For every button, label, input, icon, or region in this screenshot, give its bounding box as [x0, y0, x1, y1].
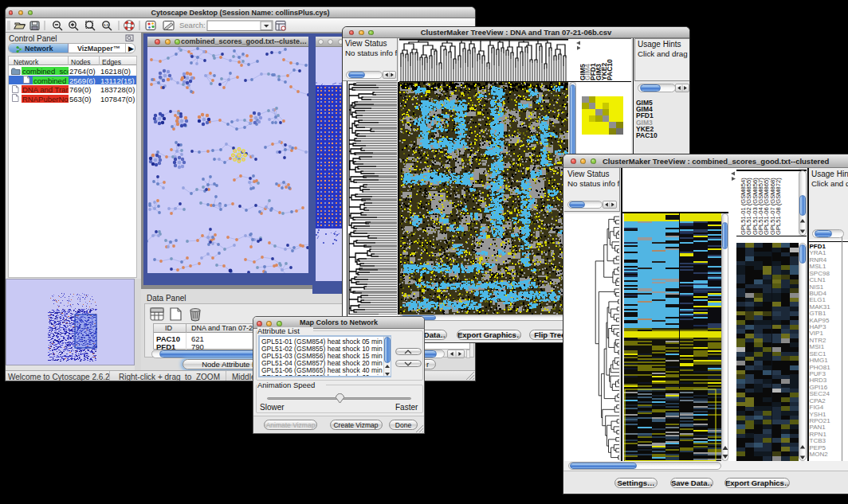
svg-text:PAC10: PAC10 [606, 59, 614, 80]
svg-text:Search:: Search: [179, 21, 206, 29]
svg-text:1:1: 1:1 [104, 23, 109, 27]
svg-text:GPL51-08 (GSM872): GPL51-08 (GSM872) [775, 178, 782, 235]
